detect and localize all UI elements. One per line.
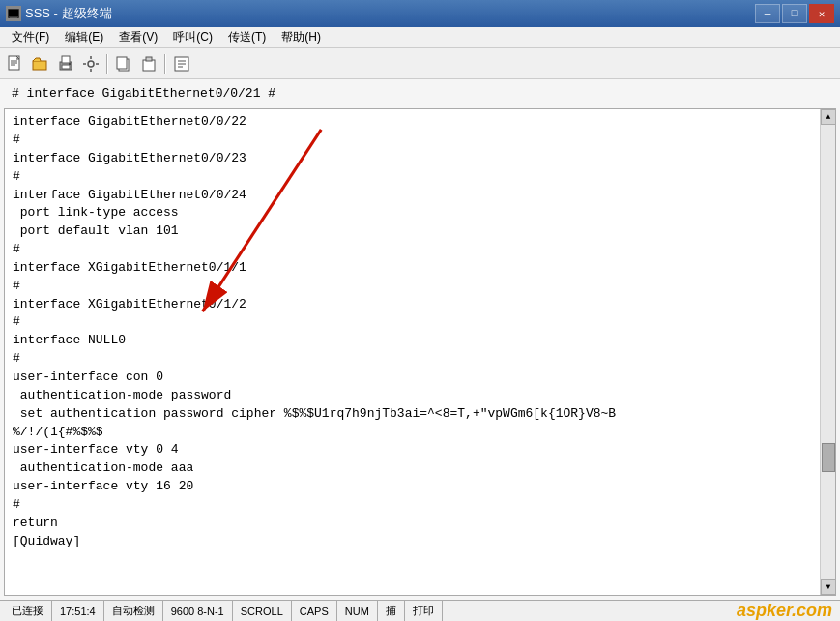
svg-rect-1	[9, 10, 18, 16]
scrollbar[interactable]: ▲ ▼	[820, 109, 835, 595]
toolbar-copy[interactable]	[112, 52, 135, 75]
status-print: 打印	[405, 601, 443, 621]
watermark: aspker.com	[737, 601, 836, 621]
toolbar	[0, 48, 840, 79]
title-bar-left: SSS - 超级终端	[6, 5, 112, 22]
pre-content: # interface GigabitEthernet0/0/21 #	[4, 83, 836, 104]
watermark-suffix: ker.com	[767, 601, 832, 620]
status-bar: 已连接 17:51:4 自动检测 9600 8-N-1 SCROLL CAPS …	[0, 600, 840, 621]
close-button[interactable]: ✕	[809, 4, 834, 23]
menu-transfer[interactable]: 传送(T)	[220, 27, 274, 47]
svg-rect-20	[146, 57, 152, 61]
toolbar-settings[interactable]	[79, 52, 102, 75]
svg-point-11	[69, 63, 71, 65]
svg-rect-7	[33, 61, 46, 70]
scroll-down[interactable]: ▼	[821, 579, 836, 595]
menu-view[interactable]: 查看(V)	[111, 27, 165, 47]
svg-rect-19	[143, 60, 155, 71]
scrollbar-thumb[interactable]	[822, 443, 835, 472]
toolbar-sep1	[106, 54, 108, 74]
window-controls: — □ ✕	[755, 4, 834, 23]
menu-file[interactable]: 文件(F)	[4, 27, 57, 47]
terminal-box[interactable]: interface GigabitEthernet0/0/22 # interf…	[4, 108, 836, 596]
scroll-up[interactable]: ▲	[821, 109, 836, 125]
status-num: NUM	[337, 601, 378, 621]
toolbar-open[interactable]	[29, 52, 52, 75]
status-scroll: SCROLL	[233, 601, 292, 621]
svg-rect-10	[62, 65, 70, 69]
svg-rect-18	[117, 57, 127, 69]
svg-rect-9	[62, 56, 70, 63]
restore-button[interactable]: □	[782, 4, 807, 23]
status-caps: CAPS	[292, 601, 337, 621]
svg-rect-2	[10, 17, 17, 18]
window-title: SSS - 超级终端	[25, 5, 112, 22]
toolbar-print[interactable]	[54, 52, 77, 75]
svg-point-12	[88, 61, 94, 67]
menu-bar: 文件(F) 编辑(E) 查看(V) 呼叫(C) 传送(T) 帮助(H)	[0, 27, 840, 48]
toolbar-paste[interactable]	[137, 52, 160, 75]
status-baud: 9600 8-N-1	[163, 601, 233, 621]
menu-call[interactable]: 呼叫(C)	[165, 27, 220, 47]
toolbar-properties[interactable]	[170, 52, 193, 75]
app-icon	[6, 6, 21, 21]
menu-help[interactable]: 帮助(H)	[274, 27, 329, 47]
toolbar-sep2	[164, 54, 166, 74]
scrollbar-track[interactable]	[821, 125, 835, 579]
status-auto-detect: 自动检测	[104, 601, 163, 621]
menu-edit[interactable]: 编辑(E)	[57, 27, 111, 47]
status-capture: 捕	[378, 601, 405, 621]
status-time: 17:51:4	[52, 601, 104, 621]
minimize-button[interactable]: —	[755, 4, 780, 23]
terminal-content: interface GigabitEthernet0/0/22 # interf…	[13, 113, 827, 550]
toolbar-new[interactable]	[4, 52, 27, 75]
terminal-container: # interface GigabitEthernet0/0/21 # inte…	[0, 79, 840, 600]
title-bar: SSS - 超级终端 — □ ✕	[0, 0, 840, 27]
status-connected: 已连接	[4, 601, 52, 621]
watermark-text: asp	[737, 601, 767, 620]
